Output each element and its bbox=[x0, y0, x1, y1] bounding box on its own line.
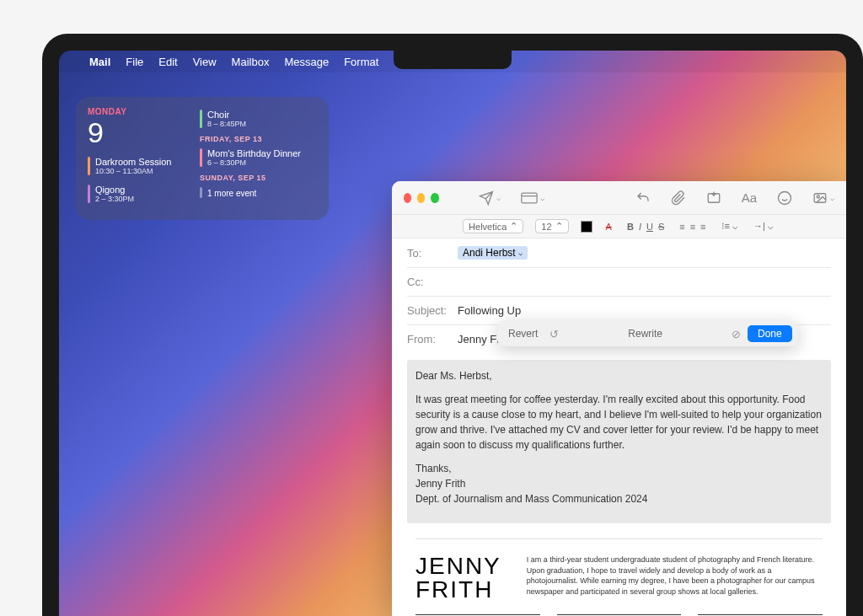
body-signoff: Thanks, Jenny Frith Dept. of Journalism … bbox=[415, 461, 823, 506]
menu-format[interactable]: Format bbox=[344, 56, 378, 68]
strikethrough-icon[interactable]: A bbox=[604, 222, 614, 232]
minimize-button[interactable] bbox=[417, 193, 425, 203]
calendar-day-label: MONDAY bbox=[88, 107, 185, 116]
calendar-day-number: 9 bbox=[88, 116, 185, 149]
link-icon[interactable] bbox=[706, 190, 721, 206]
undo-icon[interactable]: ↺ bbox=[549, 328, 559, 340]
format-bar: Helvetica⌃ 12⌃ A B I U S ≡ ≡ ≡ bbox=[392, 215, 846, 238]
calendar-widget[interactable]: MONDAY 9 Darkroom Session 10:30 – 11:30A… bbox=[76, 97, 329, 220]
event-color-bar bbox=[200, 110, 202, 128]
mail-titlebar: ⌵ ⌵ Aa bbox=[392, 181, 846, 215]
done-button[interactable]: Done bbox=[748, 325, 792, 342]
strike-button[interactable]: S bbox=[657, 222, 666, 232]
maximize-button[interactable] bbox=[431, 193, 438, 203]
calendar-event[interactable]: Qigong 2 – 3:30PM bbox=[88, 182, 185, 206]
rewrite-popup: Revert ↺ Rewrite ⊘ Done bbox=[497, 321, 798, 346]
italic-button[interactable]: I bbox=[637, 222, 643, 232]
calendar-event[interactable]: Choir 8 – 8:45PM bbox=[200, 107, 317, 131]
font-size-select[interactable]: 12⌃ bbox=[535, 219, 568, 233]
revert-button[interactable]: Revert bbox=[503, 325, 543, 342]
menu-mailbox[interactable]: Mailbox bbox=[232, 56, 270, 68]
calendar-date-header: FRIDAY, SEP 13 bbox=[200, 135, 317, 143]
send-icon[interactable]: ⌵ bbox=[479, 190, 501, 206]
reply-icon[interactable] bbox=[635, 190, 651, 206]
from-value: Jenny Fri bbox=[458, 333, 502, 345]
laptop-frame: Mail File Edit View Mailbox Message Form… bbox=[42, 34, 863, 616]
underline-button[interactable]: U bbox=[645, 222, 655, 232]
align-right-icon[interactable]: ≡ bbox=[699, 222, 707, 232]
font-family-select[interactable]: Helvetica⌃ bbox=[463, 219, 523, 233]
event-color-bar bbox=[200, 148, 202, 167]
to-field-row[interactable]: To: Andi Herbst⌵ bbox=[407, 238, 831, 268]
cv-last-name: FRITH bbox=[415, 578, 501, 602]
align-left-icon[interactable]: ≡ bbox=[678, 222, 686, 232]
cc-field-row[interactable]: Cc: bbox=[407, 268, 831, 297]
body-greeting: Dear Ms. Herbst, bbox=[415, 368, 823, 383]
text-color-swatch[interactable] bbox=[581, 221, 592, 233]
align-center-icon[interactable]: ≡ bbox=[689, 222, 697, 232]
to-label: To: bbox=[407, 247, 449, 260]
recipient-chip[interactable]: Andi Herbst⌵ bbox=[458, 246, 528, 260]
calendar-more-events[interactable]: 1 more event bbox=[200, 185, 317, 201]
cv-first-name: JENNY bbox=[415, 554, 501, 578]
menu-message[interactable]: Message bbox=[284, 56, 329, 68]
svg-rect-0 bbox=[521, 193, 536, 203]
desktop-screen: Mail File Edit View Mailbox Message Form… bbox=[59, 51, 846, 616]
list-bullet-icon[interactable]: ⁝≡ ⌵ bbox=[720, 221, 740, 232]
subject-label: Subject: bbox=[407, 304, 449, 317]
subject-value: Following Up bbox=[458, 304, 521, 317]
event-color-bar bbox=[88, 185, 90, 203]
header-popup-icon[interactable]: ⌵ bbox=[521, 192, 544, 204]
mail-compose-window: ⌵ ⌵ Aa bbox=[392, 181, 846, 616]
menu-view[interactable]: View bbox=[193, 56, 217, 68]
calendar-event[interactable]: Mom's Birthday Dinner 6 – 8:30PM bbox=[200, 146, 317, 169]
app-menu[interactable]: Mail bbox=[89, 56, 110, 68]
format-icon[interactable]: Aa bbox=[742, 190, 757, 205]
close-button[interactable] bbox=[404, 193, 411, 203]
bold-button[interactable]: B bbox=[625, 222, 635, 232]
svg-point-3 bbox=[779, 191, 791, 204]
indent-icon[interactable]: →| ⌵ bbox=[752, 221, 775, 232]
menu-edit[interactable]: Edit bbox=[158, 56, 177, 68]
cv-attachment: JENNY FRITH I am a third-year student un… bbox=[415, 538, 823, 616]
emoji-icon[interactable] bbox=[777, 190, 792, 206]
svg-point-5 bbox=[817, 196, 819, 198]
attach-icon[interactable] bbox=[671, 190, 686, 206]
notch bbox=[394, 51, 512, 69]
calendar-date-header: SUNDAY, SEP 15 bbox=[200, 174, 317, 182]
event-color-bar bbox=[88, 157, 90, 175]
email-body-selection[interactable]: Dear Ms. Herbst, It was great meeting fo… bbox=[407, 360, 831, 523]
calendar-event[interactable]: Darkroom Session 10:30 – 11:30AM bbox=[88, 154, 185, 178]
cc-label: Cc: bbox=[407, 276, 449, 288]
cv-bio: I am a third-year student undergraduate … bbox=[527, 554, 823, 602]
photo-icon[interactable]: ⌵ bbox=[812, 190, 834, 206]
redo-icon[interactable]: ⊘ bbox=[732, 328, 741, 340]
rewrite-button[interactable]: Rewrite bbox=[623, 325, 667, 342]
event-color-bar bbox=[200, 187, 202, 198]
body-paragraph: It was great meeting for coffee yesterda… bbox=[415, 392, 823, 453]
menu-file[interactable]: File bbox=[126, 56, 143, 68]
from-label: From: bbox=[407, 333, 449, 345]
